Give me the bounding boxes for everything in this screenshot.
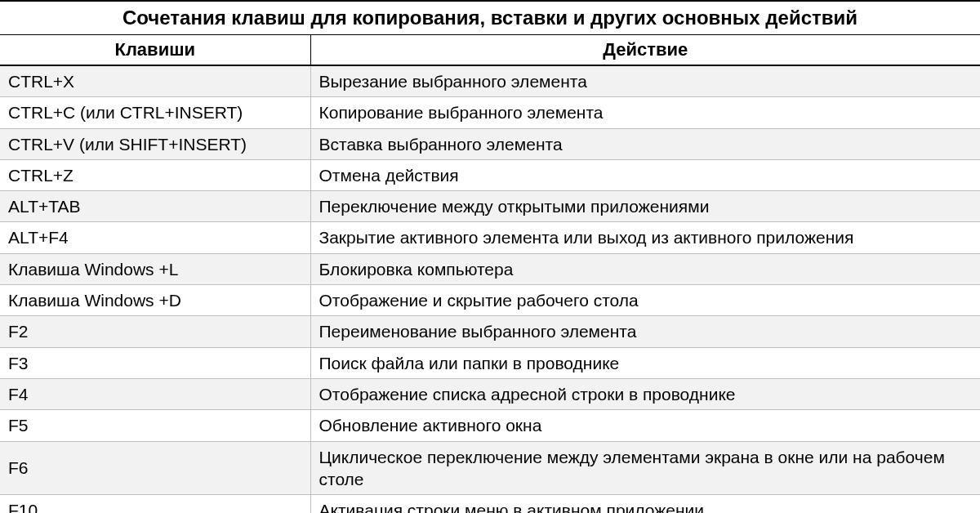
cell-keys: F5: [0, 410, 310, 441]
table-row: ALT+TAB Переключение между открытыми при…: [0, 191, 980, 222]
table-row: F5 Обновление активного окна: [0, 410, 980, 441]
table-title-row: Сочетания клавиш для копирования, вставк…: [0, 1, 980, 35]
cell-keys: F6: [0, 441, 310, 495]
cell-action: Отображение и скрытие рабочего стола: [310, 285, 980, 316]
table-row: F10 Активация строки меню в активном при…: [0, 495, 980, 513]
column-header-action: Действие: [310, 35, 980, 66]
table-row: Клавиша Windows +D Отображение и скрытие…: [0, 285, 980, 316]
column-header-keys: Клавиши: [0, 35, 310, 66]
table-row: CTRL+X Вырезание выбранного элемента: [0, 65, 980, 97]
cell-keys: ALT+TAB: [0, 191, 310, 222]
table-row: ALT+F4 Закрытие активного элемента или в…: [0, 222, 980, 253]
cell-keys: Клавиша Windows +L: [0, 253, 310, 284]
cell-keys: F4: [0, 378, 310, 409]
cell-action: Блокировка компьютера: [310, 253, 980, 284]
cell-action: Вставка выбранного элемента: [310, 128, 980, 159]
cell-action: Переименование выбранного элемента: [310, 316, 980, 347]
cell-action: Обновление активного окна: [310, 410, 980, 441]
cell-action: Отображение списка адресной строки в про…: [310, 378, 980, 409]
shortcuts-table: Сочетания клавиш для копирования, вставк…: [0, 0, 980, 513]
table-row: F2 Переименование выбранного элемента: [0, 316, 980, 347]
cell-keys: ALT+F4: [0, 222, 310, 253]
cell-keys: CTRL+V (или SHIFT+INSERT): [0, 128, 310, 159]
table-header-row: Клавиши Действие: [0, 35, 980, 66]
table-row: CTRL+V (или SHIFT+INSERT) Вставка выбран…: [0, 128, 980, 159]
cell-action: Вырезание выбранного элемента: [310, 65, 980, 97]
table-row: Клавиша Windows +L Блокировка компьютера: [0, 253, 980, 284]
table-title: Сочетания клавиш для копирования, вставк…: [0, 1, 980, 35]
cell-action: Переключение между открытыми приложениям…: [310, 191, 980, 222]
cell-action: Поиск файла или папки в проводнике: [310, 347, 980, 378]
cell-keys: Клавиша Windows +D: [0, 285, 310, 316]
cell-keys: F2: [0, 316, 310, 347]
cell-action: Активация строки меню в активном приложе…: [310, 495, 980, 513]
cell-action: Циклическое переключение между элементам…: [310, 441, 980, 495]
table-row: CTRL+C (или CTRL+INSERT) Копирование выб…: [0, 97, 980, 128]
cell-keys: F10: [0, 495, 310, 513]
cell-action: Закрытие активного элемента или выход из…: [310, 222, 980, 253]
cell-action: Копирование выбранного элемента: [310, 97, 980, 128]
table-row: F6 Циклическое переключение между элемен…: [0, 441, 980, 495]
cell-action: Отмена действия: [310, 159, 980, 190]
table-row: F3 Поиск файла или папки в проводнике: [0, 347, 980, 378]
cell-keys: CTRL+C (или CTRL+INSERT): [0, 97, 310, 128]
table-row: F4 Отображение списка адресной строки в …: [0, 378, 980, 409]
table-row: CTRL+Z Отмена действия: [0, 159, 980, 190]
cell-keys: F3: [0, 347, 310, 378]
cell-keys: CTRL+Z: [0, 159, 310, 190]
cell-keys: CTRL+X: [0, 65, 310, 97]
